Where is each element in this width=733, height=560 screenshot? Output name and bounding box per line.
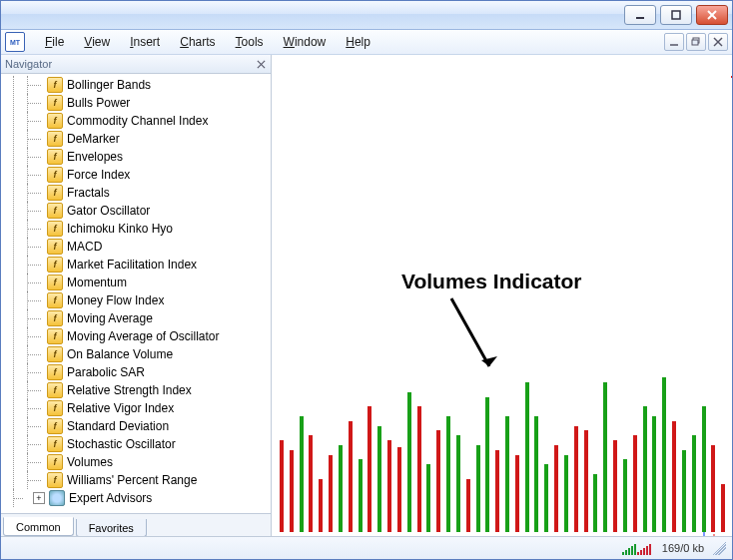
indicator-item[interactable]: fStochastic Oscillator [1, 435, 271, 453]
indicator-label: Envelopes [67, 150, 123, 164]
function-icon: f [47, 400, 63, 416]
expert-advisors-node[interactable]: +Expert Advisors [1, 489, 271, 507]
function-icon: f [47, 292, 63, 308]
volume-bar [554, 445, 558, 532]
indicator-item[interactable]: fRelative Strength Index [1, 381, 271, 399]
menu-help[interactable]: Help [336, 32, 380, 52]
indicator-item[interactable]: fWilliams' Percent Range [1, 471, 271, 489]
menu-insert[interactable]: Insert [120, 32, 170, 52]
indicator-item[interactable]: fEnvelopes [1, 148, 271, 166]
indicator-label: Gator Oscillator [67, 204, 150, 218]
menu-file[interactable]: File [35, 32, 74, 52]
indicator-item[interactable]: fVolumes [1, 453, 271, 471]
volume-bar [593, 474, 597, 532]
indicator-label: Commodity Channel Index [67, 114, 208, 128]
indicator-label: Relative Strength Index [67, 383, 192, 397]
volume-bar [349, 421, 353, 532]
function-icon: f [47, 77, 63, 93]
indicator-item[interactable]: fStandard Deviation [1, 417, 271, 435]
indicator-item[interactable]: fMoving Average [1, 309, 271, 327]
expert-advisors-label: Expert Advisors [69, 491, 152, 505]
volume-bar [574, 426, 578, 532]
navigator-panel: Navigator fBollinger BandsfBulls PowerfC… [1, 55, 272, 536]
menu-tools[interactable]: Tools [226, 32, 274, 52]
volume-bar [505, 416, 509, 532]
close-button[interactable] [696, 5, 728, 25]
menu-view[interactable]: View [74, 32, 120, 52]
volume-bar [584, 430, 588, 532]
volume-bar [446, 416, 450, 532]
function-icon: f [47, 436, 63, 452]
indicator-label: Bollinger Bands [67, 78, 151, 92]
indicator-item[interactable]: fGator Oscillator [1, 202, 271, 220]
volume-bar [682, 450, 686, 532]
indicator-label: Williams' Percent Range [67, 473, 197, 487]
mdi-close-button[interactable] [708, 33, 728, 51]
function-icon: f [47, 364, 63, 380]
chart-area[interactable]: Volumes Indicator [272, 55, 732, 536]
volume-bar [387, 440, 391, 532]
mdi-controls [664, 33, 728, 51]
function-icon: f [47, 149, 63, 165]
volume-bar [692, 435, 696, 532]
function-icon: f [47, 328, 63, 344]
indicator-item[interactable]: fOn Balance Volume [1, 345, 271, 363]
maximize-button[interactable] [660, 5, 692, 25]
navigator-tree[interactable]: fBollinger BandsfBulls PowerfCommodity C… [1, 74, 271, 513]
volume-bar [603, 382, 607, 532]
volume-bar [564, 455, 568, 532]
indicator-item[interactable]: fBollinger Bands [1, 76, 271, 94]
minimize-icon [634, 9, 646, 21]
navigator-close-button[interactable] [255, 58, 267, 70]
indicator-item[interactable]: fDeMarker [1, 130, 271, 148]
indicator-item[interactable]: fMACD [1, 238, 271, 256]
indicator-item[interactable]: fRelative Vigor Index [1, 399, 271, 417]
volume-bar [339, 445, 343, 532]
navigator-tab-common[interactable]: Common [3, 517, 74, 536]
indicator-item[interactable]: fMomentum [1, 274, 271, 291]
indicator-label: MACD [67, 240, 102, 254]
indicator-item[interactable]: fForce Index [1, 166, 271, 184]
indicator-item[interactable]: fIchimoku Kinko Hyo [1, 220, 271, 238]
function-icon: f [47, 257, 63, 273]
navigator-title: Navigator [5, 58, 52, 70]
menu-window[interactable]: Window [274, 32, 337, 52]
indicator-label: Volumes [67, 455, 113, 469]
mdi-restore-button[interactable] [686, 33, 706, 51]
indicator-item[interactable]: fCommodity Channel Index [1, 112, 271, 130]
navigator-tab-favorites[interactable]: Favorites [76, 519, 147, 536]
indicator-item[interactable]: fMoving Average of Oscillator [1, 327, 271, 345]
indicator-label: Stochastic Oscillator [67, 437, 176, 451]
annotation-arrow [441, 298, 511, 378]
minimize-button[interactable] [624, 5, 656, 25]
indicator-label: Force Index [67, 168, 130, 182]
indicator-item[interactable]: fParabolic SAR [1, 363, 271, 381]
indicator-item[interactable]: fBulls Power [1, 94, 271, 112]
volume-bar [319, 479, 323, 532]
function-icon: f [47, 346, 63, 362]
volume-bar [623, 459, 627, 532]
volume-bar [329, 455, 333, 532]
svg-rect-1 [672, 11, 680, 19]
indicator-item[interactable]: fMarket Facilitation Index [1, 256, 271, 274]
expand-icon[interactable]: + [33, 492, 45, 504]
resize-grip[interactable] [712, 541, 726, 555]
indicator-item[interactable]: fMoney Flow Index [1, 291, 271, 309]
function-icon: f [47, 95, 63, 111]
volume-bar [711, 445, 715, 532]
function-icon: f [47, 418, 63, 434]
svg-line-11 [451, 298, 489, 366]
menu-charts[interactable]: Charts [170, 32, 225, 52]
mdi-minimize-button[interactable] [664, 33, 684, 51]
volume-bar [515, 455, 519, 532]
annotation-label: Volumes Indicator [401, 270, 581, 293]
volume-bar [633, 435, 637, 532]
volume-bar [300, 416, 304, 532]
indicator-label: Relative Vigor Index [67, 401, 174, 415]
function-icon: f [47, 382, 63, 398]
indicator-item[interactable]: fFractals [1, 184, 271, 202]
volume-bar [367, 406, 371, 532]
function-icon: f [47, 454, 63, 470]
function-icon: f [47, 275, 63, 290]
indicator-label: Ichimoku Kinko Hyo [67, 222, 173, 236]
